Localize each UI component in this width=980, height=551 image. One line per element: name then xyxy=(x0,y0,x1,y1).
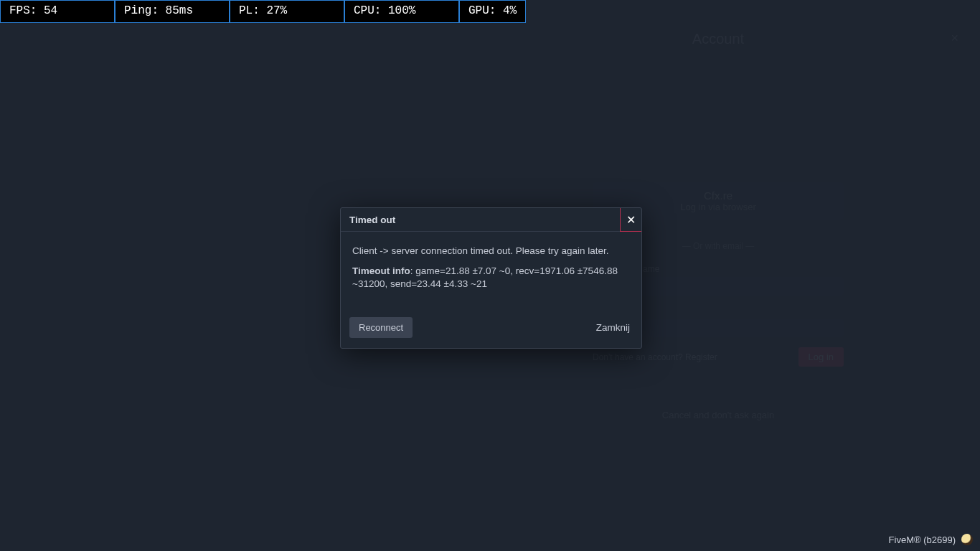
perf-gpu: GPU: 4% xyxy=(459,0,526,23)
register-link[interactable]: Don't have an account? Register xyxy=(593,352,717,362)
timeout-info-label: Timeout info xyxy=(352,265,410,276)
brand-footer: FiveM® (b2699) xyxy=(889,534,973,545)
modal-message: Client -> server connection timed out. P… xyxy=(352,245,630,258)
faint-card xyxy=(39,198,100,248)
modal-close-button[interactable]: ✕ xyxy=(620,208,641,232)
brand-icon xyxy=(961,534,973,545)
cfxre-label: Cfx.re xyxy=(600,189,837,202)
modal-header: Timed out ✕ xyxy=(341,208,641,232)
account-close-icon[interactable]: × xyxy=(951,31,958,46)
close-icon: ✕ xyxy=(626,213,636,227)
modal-footer: Reconnect Zamknij xyxy=(341,310,641,348)
perf-cpu: CPU: 100% xyxy=(344,0,459,23)
perf-fps: FPS: 54 xyxy=(0,0,115,23)
timeout-modal: Timed out ✕ Client -> server connection … xyxy=(340,207,642,349)
reconnect-button[interactable]: Reconnect xyxy=(349,317,413,338)
account-title: Account xyxy=(471,25,966,53)
cancel-link[interactable]: Cancel and don't ask again xyxy=(593,410,844,420)
modal-body: Client -> server connection timed out. P… xyxy=(341,232,641,310)
perf-ping: Ping: 85ms xyxy=(115,0,230,23)
login-button[interactable]: Log in xyxy=(798,347,844,367)
performance-overlay: FPS: 54 Ping: 85ms PL: 27% CPU: 100% GPU… xyxy=(0,0,526,23)
modal-timeout-info: Timeout info: game=21.88 ±7.07 ~0, recv=… xyxy=(352,265,630,291)
brand-text: FiveM® (b2699) xyxy=(889,534,956,545)
perf-packet-loss: PL: 27% xyxy=(230,0,344,23)
modal-title: Timed out xyxy=(341,215,395,225)
close-button[interactable]: Zamknij xyxy=(596,322,630,333)
